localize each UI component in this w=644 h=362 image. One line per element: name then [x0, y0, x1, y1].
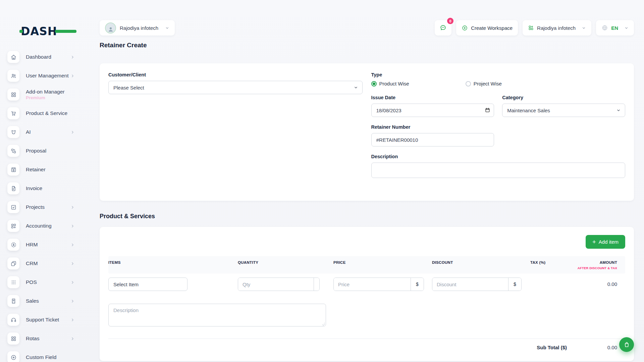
- sidebar-item-accounting[interactable]: Accounting: [7, 217, 96, 235]
- add-item-button[interactable]: + Add item: [586, 235, 625, 249]
- sidebar-item-sales[interactable]: Sales: [7, 292, 96, 310]
- pages-icon: [7, 257, 19, 269]
- customer-select-value: Please Select: [113, 85, 144, 90]
- description-textarea[interactable]: [371, 163, 626, 178]
- subtotal-label: Sub Total ($): [537, 345, 567, 350]
- brand-logo[interactable]: DASH: [21, 25, 71, 37]
- sidebar-item-label: User Management: [26, 73, 69, 78]
- qty-input[interactable]: [238, 278, 314, 291]
- sidebar-item-dashboard[interactable]: Dashboard: [7, 48, 96, 66]
- item-description-field: [108, 304, 326, 328]
- price-input[interactable]: [334, 278, 411, 291]
- sidebar-item-support-ticket[interactable]: Support Ticket: [7, 310, 96, 329]
- sidebar-item-product-service[interactable]: Product & Service: [7, 104, 96, 123]
- type-label: Type: [371, 72, 626, 77]
- sidebar-item-hrm[interactable]: HRM: [7, 235, 96, 254]
- workflow-icon: [7, 145, 19, 157]
- qty-spinner[interactable]: [314, 278, 319, 291]
- sidebar: DASH Dashboard User Management Add-on Ma…: [0, 0, 96, 362]
- sidebar-item-label: Proposal: [26, 148, 46, 154]
- item-select[interactable]: Select Item: [108, 278, 187, 291]
- sidebar-item-user-management[interactable]: User Management: [7, 66, 96, 85]
- logo-dot: [19, 30, 23, 33]
- create-workspace-label: Create Workspace: [471, 25, 513, 31]
- sidebar-item-proposal[interactable]: Proposal: [7, 141, 96, 160]
- category-select[interactable]: Maintenance Sales: [502, 104, 625, 117]
- radio-product-wise-label: Product Wise: [379, 81, 409, 86]
- sidebar-item-projects[interactable]: Projects: [7, 198, 96, 217]
- retainer-form-card: Customer/Client Please Select Type Produ…: [100, 63, 634, 201]
- sidebar-item-label: HRM: [26, 242, 38, 247]
- col-tax: TAX (%): [530, 260, 574, 264]
- category-label: Category: [502, 95, 625, 100]
- customer-select[interactable]: Please Select: [108, 81, 363, 94]
- topbar-right: 0 Create Workspace Rajodiya infotech EN: [435, 20, 634, 36]
- products-section-title: Product & Services: [100, 213, 634, 220]
- col-items: ITEMS: [108, 260, 238, 264]
- headset-icon: [7, 314, 19, 326]
- radio-product-wise[interactable]: [371, 81, 377, 86]
- chevron-right-icon: [70, 318, 75, 322]
- sidebar-item-label: CRM: [26, 260, 38, 266]
- chevron-down-icon: [582, 26, 586, 30]
- radio-project-wise[interactable]: [466, 81, 471, 86]
- sidebar-item-label: Accounting: [26, 223, 52, 229]
- sidebar-item-addon-manager[interactable]: Add-on Manager Premium: [7, 85, 96, 104]
- chevron-right-icon: [70, 205, 75, 209]
- price-field: $: [333, 278, 424, 291]
- customer-label: Customer/Client: [108, 72, 363, 77]
- file-text-icon: [7, 182, 19, 194]
- workspace-switcher[interactable]: Rajodiya infotech: [100, 20, 175, 36]
- calendar-icon[interactable]: [485, 107, 490, 113]
- grid-icon: [7, 333, 19, 345]
- page-title: Retainer Create: [100, 42, 634, 49]
- grid-icon: [7, 88, 19, 101]
- language-select[interactable]: EN: [596, 20, 634, 36]
- discount-field: $: [432, 278, 522, 291]
- sidebar-item-label: Sales: [26, 298, 39, 304]
- sidebar-item-label: Add-on Manager: [26, 89, 64, 95]
- sidebar-item-label: Invoice: [26, 185, 42, 191]
- chevron-right-icon: [70, 224, 75, 228]
- language-label: EN: [611, 25, 618, 31]
- active-workspace-select[interactable]: Rajodiya infotech: [523, 20, 591, 36]
- sidebar-item-ai[interactable]: AI: [7, 123, 96, 141]
- sidebar-item-pos[interactable]: POS: [7, 273, 96, 292]
- item-description-textarea[interactable]: [108, 304, 326, 326]
- shopping-bag-icon: [623, 341, 630, 348]
- sidebar-item-invoice[interactable]: Invoice: [7, 179, 96, 198]
- chat-badge: 0: [447, 18, 453, 24]
- cart-floating-button[interactable]: [619, 337, 634, 352]
- item-row: Select Item $ $ 0.00: [108, 278, 625, 291]
- issue-date-input[interactable]: [371, 104, 494, 117]
- logo-dash-bar: [55, 30, 76, 33]
- sidebar-item-retainer[interactable]: Retainer: [7, 160, 96, 179]
- discount-input[interactable]: [432, 278, 508, 291]
- col-discount: DISCOUNT: [432, 260, 530, 264]
- ai-mask-icon: [7, 126, 19, 138]
- products-card: + Add item ITEMS QUANTITY PRICE DISCOUNT…: [100, 227, 634, 361]
- retainer-number-input[interactable]: [371, 133, 494, 146]
- chevron-right-icon: [70, 130, 75, 134]
- sidebar-item-rotas[interactable]: Rotas: [7, 329, 96, 348]
- description-label: Description: [371, 154, 626, 159]
- sidebar-item-label: Retainer: [26, 167, 46, 172]
- sidebar-item-custom-field[interactable]: Custom Field: [7, 348, 96, 362]
- workspace-switcher-label: Rajodiya infotech: [120, 25, 158, 31]
- create-workspace-button[interactable]: Create Workspace: [456, 20, 518, 36]
- resize-handle-icon[interactable]: [322, 323, 325, 326]
- sidebar-item-label: Projects: [26, 204, 45, 210]
- premium-badge: Premium: [26, 95, 96, 100]
- chat-icon: [439, 24, 447, 32]
- chevron-right-icon: [70, 337, 75, 341]
- user-scan-icon: [7, 239, 19, 251]
- sidebar-item-label: AI: [26, 129, 31, 135]
- subtotal-value: 0.00: [567, 345, 617, 350]
- sidebar-item-crm[interactable]: CRM: [7, 254, 96, 273]
- issue-date-label: Issue Date: [371, 95, 494, 100]
- messages-button[interactable]: 0: [435, 20, 451, 36]
- sidebar-item-label: Support Ticket: [26, 317, 59, 322]
- item-select-value: Select Item: [113, 282, 139, 287]
- sidebar-item-label: Product & Service: [26, 110, 67, 116]
- globe-icon: [601, 24, 608, 31]
